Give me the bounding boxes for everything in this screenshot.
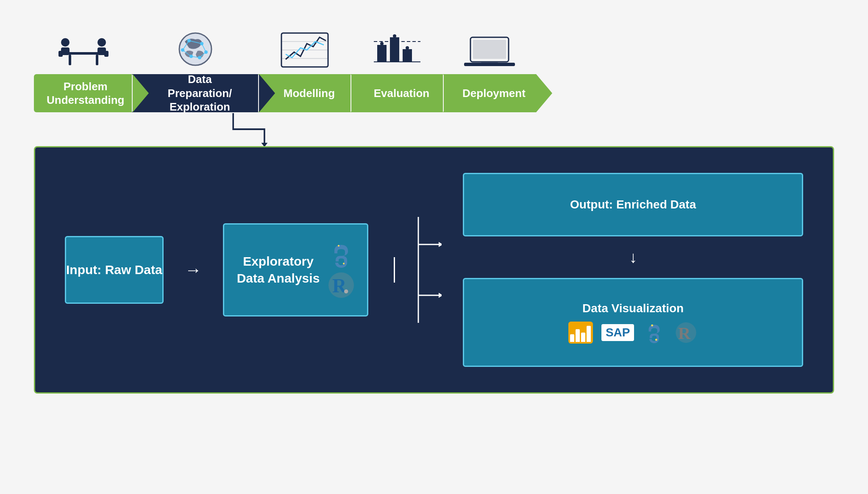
svg-point-20 — [189, 55, 193, 58]
diagram-box: Input: Raw Data → ExploratoryData Analys… — [34, 146, 834, 394]
branch-svg — [416, 217, 442, 323]
people-meeting-icon — [56, 25, 111, 74]
bar3 — [581, 333, 585, 342]
output-enriched-box: Output: Enriched Data — [463, 173, 803, 236]
connector-arrow-area — [34, 112, 834, 146]
chevron-problem: Problem Understanding — [34, 74, 133, 112]
svg-point-33 — [406, 46, 409, 50]
chevron-data-prep-label: Data Preparation/ Exploration — [168, 72, 232, 114]
r-viz-icon: R — [674, 322, 698, 343]
laptop-icon — [462, 25, 517, 74]
bar4 — [587, 326, 591, 342]
svg-text:R: R — [678, 324, 691, 343]
svg-rect-5 — [58, 51, 63, 57]
svg-marker-47 — [439, 293, 442, 298]
svg-rect-8 — [104, 51, 108, 57]
r-icon: R ● — [328, 272, 354, 298]
data-viz-label: Data Visualization — [582, 302, 684, 315]
pipeline-step-problem: Problem Understanding — [34, 25, 133, 112]
svg-rect-29 — [403, 49, 412, 62]
viz-tool-logos: SAP R — [568, 322, 698, 344]
eda-tool-logos: R ● — [328, 241, 354, 298]
svg-text:●: ● — [343, 286, 349, 296]
svg-rect-2 — [96, 55, 98, 65]
output-enriched-label: Output: Enriched Data — [570, 198, 696, 211]
svg-point-3 — [61, 38, 70, 47]
python-viz-icon — [643, 322, 666, 343]
bar1 — [570, 334, 574, 342]
connector-svg — [34, 112, 834, 146]
svg-marker-38 — [262, 143, 268, 146]
data-viz-box: Data Visualization SAP — [463, 278, 803, 367]
svg-rect-37 — [481, 62, 498, 64]
svg-rect-35 — [473, 40, 506, 59]
svg-point-17 — [200, 42, 203, 45]
svg-point-49 — [655, 339, 657, 341]
svg-rect-1 — [69, 55, 71, 65]
svg-point-16 — [187, 39, 191, 42]
chevron-data-prep: Data Preparation/ Exploration — [132, 74, 259, 112]
pipeline-strip: Problem Understanding — [34, 25, 834, 112]
svg-rect-27 — [377, 45, 387, 62]
arrow-to-enriched — [389, 257, 395, 283]
svg-rect-28 — [390, 37, 399, 62]
chevron-evaluation-label: Evaluation — [374, 86, 429, 100]
chevron-modelling-label: Modelling — [284, 86, 335, 100]
chart-line-icon — [277, 25, 332, 74]
python-icon — [328, 241, 354, 268]
svg-point-18 — [204, 50, 208, 54]
eda-box: ExploratoryData Analysis R ● — [223, 223, 369, 316]
bar2 — [576, 329, 580, 342]
sap-logo: SAP — [601, 324, 634, 341]
arrow-enriched-to-viz: ↓ — [463, 249, 803, 265]
svg-point-32 — [393, 34, 396, 38]
svg-point-21 — [198, 56, 201, 59]
svg-point-19 — [181, 48, 184, 52]
svg-point-6 — [97, 38, 106, 47]
chevron-deployment-label: Deployment — [462, 86, 526, 100]
svg-rect-0 — [67, 52, 100, 55]
svg-point-48 — [651, 324, 654, 326]
eda-label: ExploratoryData Analysis — [237, 253, 320, 287]
pipeline-step-data-prep: Data Preparation/ Exploration — [132, 25, 259, 112]
input-raw-data-box: Input: Raw Data — [65, 236, 164, 304]
chevron-problem-label: Problem Understanding — [47, 80, 124, 107]
bar-chart-icon — [370, 25, 425, 74]
svg-marker-45 — [439, 242, 442, 247]
analytics-icon — [568, 322, 593, 344]
globe-network-icon — [164, 25, 227, 74]
svg-point-31 — [380, 42, 384, 45]
output-column: Output: Enriched Data ↓ Data Visualizati… — [463, 173, 803, 367]
arrow-input-to-eda: → — [185, 261, 202, 280]
input-raw-data-label: Input: Raw Data — [66, 263, 162, 277]
branch-arrows — [389, 257, 395, 283]
